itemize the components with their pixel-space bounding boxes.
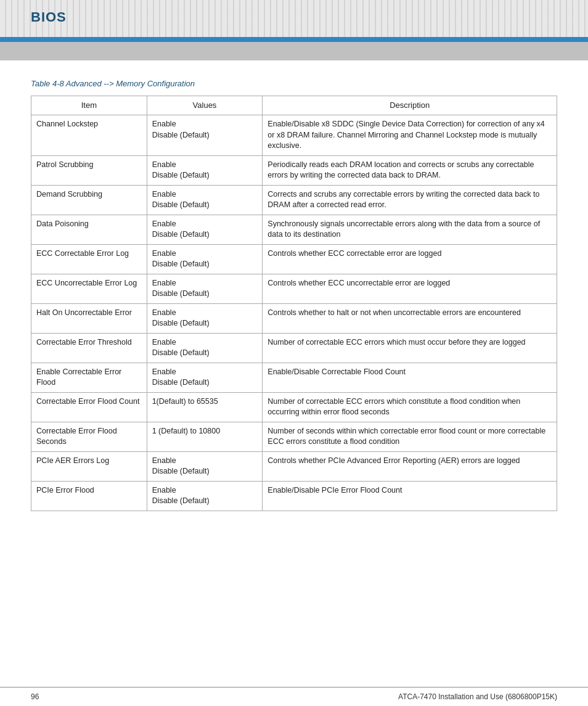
cell-values: EnableDisable (Default) [147, 363, 263, 392]
cell-description: Controls whether to halt or not when unc… [263, 303, 557, 333]
cell-values: EnableDisable (Default) [147, 333, 263, 363]
cell-description: Number of seconds within which correctab… [263, 422, 557, 451]
cell-description: Controls whether ECC uncorrectable error… [263, 274, 557, 303]
table-row: ECC Uncorrectable Error LogEnableDisable… [31, 274, 557, 303]
table-row: Halt On Uncorrectable ErrorEnableDisable… [31, 303, 557, 333]
cell-values: EnableDisable (Default) [147, 215, 263, 244]
cell-description: Controls whether PCIe Advanced Error Rep… [263, 451, 557, 481]
cell-values: EnableDisable (Default) [147, 185, 263, 215]
table-row: Correctable Error ThresholdEnableDisable… [31, 333, 557, 363]
cell-values: EnableDisable (Default) [147, 155, 263, 185]
cell-item: Enable Correctable Error Flood [31, 363, 147, 392]
header-gray-bar [0, 42, 588, 60]
col-header-values: Values [147, 96, 263, 115]
cell-description: Enable/Disable x8 SDDC (Single Device Da… [263, 115, 557, 156]
table-row: Patrol ScrubbingEnableDisable (Default)P… [31, 155, 557, 185]
cell-values: EnableDisable (Default) [147, 244, 263, 274]
table-row: Channel LockstepEnableDisable (Default)E… [31, 115, 557, 156]
cell-description: Number of correctable ECC errors which c… [263, 392, 557, 422]
cell-item: Channel Lockstep [31, 115, 147, 156]
cell-values: EnableDisable (Default) [147, 451, 263, 481]
table-row: Demand ScrubbingEnableDisable (Default)C… [31, 185, 557, 215]
cell-values: EnableDisable (Default) [147, 274, 263, 303]
header-blue-bar [0, 37, 588, 42]
table-caption: Table 4-8 Advanced --> Memory Configurat… [31, 79, 557, 88]
cell-values: EnableDisable (Default) [147, 303, 263, 333]
cell-description: Controls whether ECC correctable error a… [263, 244, 557, 274]
cell-description: Number of correctable ECC errors which m… [263, 333, 557, 363]
cell-item: Correctable Error Flood Seconds [31, 422, 147, 451]
cell-item: Correctable Error Flood Count [31, 392, 147, 422]
cell-item: Data Poisoning [31, 215, 147, 244]
cell-description: Synchronously signals uncorrectable erro… [263, 215, 557, 244]
cell-item: Halt On Uncorrectable Error [31, 303, 147, 333]
cell-description: Enable/Disable PCIe Error Flood Count [263, 481, 557, 511]
document-title: ATCA-7470 Installation and Use (6806800P… [398, 692, 557, 701]
page-footer: 96 ATCA-7470 Installation and Use (68068… [0, 687, 588, 706]
bios-title: BIOS [31, 9, 67, 25]
cell-values: EnableDisable (Default) [147, 481, 263, 511]
table-row: Data PoisoningEnableDisable (Default) Sy… [31, 215, 557, 244]
col-header-item: Item [31, 96, 147, 115]
table-row: PCIe Error FloodEnableDisable (Default)E… [31, 481, 557, 511]
cell-item: ECC Correctable Error Log [31, 244, 147, 274]
cell-values: 1 (Default) to 10800 [147, 422, 263, 451]
cell-item: ECC Uncorrectable Error Log [31, 274, 147, 303]
table-row: Correctable Error Flood Seconds1 (Defaul… [31, 422, 557, 451]
cell-item: PCIe AER Errors Log [31, 451, 147, 481]
config-table: Item Values Description Channel Lockstep… [31, 96, 557, 511]
table-row: PCIe AER Errors LogEnableDisable (Defaul… [31, 451, 557, 481]
header-pattern [0, 0, 588, 37]
col-header-description: Description [263, 96, 557, 115]
table-header-row: Item Values Description [31, 96, 557, 115]
cell-description: Periodically reads each DRAM location an… [263, 155, 557, 185]
cell-item: Correctable Error Threshold [31, 333, 147, 363]
cell-values: 1(Default) to 65535 [147, 392, 263, 422]
cell-item: PCIe Error Flood [31, 481, 147, 511]
cell-item: Demand Scrubbing [31, 185, 147, 215]
cell-description: Corrects and scrubs any correctable erro… [263, 185, 557, 215]
cell-item: Patrol Scrubbing [31, 155, 147, 185]
main-content: Table 4-8 Advanced --> Memory Configurat… [0, 60, 588, 536]
table-row: Correctable Error Flood Count1(Default) … [31, 392, 557, 422]
cell-values: EnableDisable (Default) [147, 115, 263, 156]
header-top: BIOS [0, 0, 588, 37]
table-row: ECC Correctable Error LogEnableDisable (… [31, 244, 557, 274]
table-row: Enable Correctable Error FloodEnableDisa… [31, 363, 557, 392]
page-number: 96 [31, 692, 39, 701]
cell-description: Enable/Disable Correctable Flood Count [263, 363, 557, 392]
